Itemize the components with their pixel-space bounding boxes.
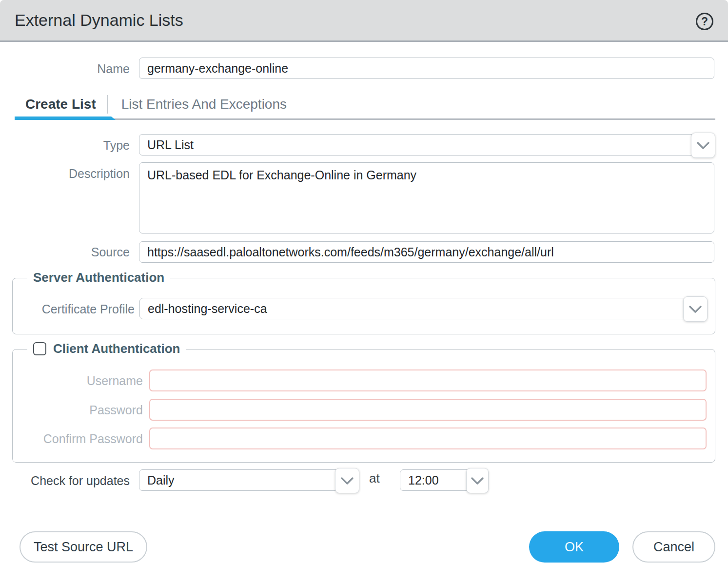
password-label: Password bbox=[13, 403, 143, 417]
update-time-select[interactable]: 12:00 bbox=[400, 469, 488, 491]
certificate-profile-value: edl-hosting-service-ca bbox=[148, 302, 267, 316]
chevron-down-icon[interactable] bbox=[466, 468, 489, 493]
type-select-value: URL List bbox=[147, 138, 194, 152]
update-frequency-value: Daily bbox=[147, 473, 175, 487]
external-dynamic-lists-dialog: External Dynamic Lists ? Name Create Lis… bbox=[0, 0, 728, 583]
password-input[interactable] bbox=[149, 399, 707, 421]
confirm-password-input[interactable] bbox=[149, 428, 707, 449]
server-authentication-title: Server Authentication bbox=[33, 270, 164, 285]
update-time-value: 12:00 bbox=[408, 473, 439, 487]
update-frequency-select[interactable]: Daily bbox=[139, 469, 358, 491]
at-label: at bbox=[369, 471, 380, 486]
tab-bar: Create List List Entries And Exceptions bbox=[15, 94, 300, 115]
source-label: Source bbox=[0, 245, 130, 259]
type-select[interactable]: URL List bbox=[139, 134, 714, 155]
help-glyph: ? bbox=[701, 15, 708, 28]
certificate-profile-select[interactable]: edl-hosting-service-ca bbox=[139, 298, 707, 319]
check-for-updates-label: Check for updates bbox=[0, 474, 130, 488]
server-authentication-legend: Server Authentication bbox=[27, 270, 170, 285]
client-authentication-checkbox[interactable] bbox=[33, 342, 46, 355]
server-authentication-section: Server Authentication Certificate Profil… bbox=[12, 278, 715, 334]
confirm-password-label: Confirm Password bbox=[13, 432, 143, 446]
active-tab-underline bbox=[15, 117, 116, 120]
chevron-down-icon[interactable] bbox=[335, 468, 359, 493]
ok-button[interactable]: OK bbox=[529, 531, 619, 563]
help-icon[interactable]: ? bbox=[696, 13, 713, 30]
dialog-title: External Dynamic Lists bbox=[15, 11, 183, 30]
cancel-button[interactable]: Cancel bbox=[632, 531, 715, 563]
chevron-down-icon[interactable] bbox=[691, 133, 715, 158]
username-label: Username bbox=[13, 374, 143, 388]
tab-baseline bbox=[15, 118, 715, 120]
source-input[interactable] bbox=[139, 241, 714, 263]
name-input[interactable] bbox=[139, 58, 714, 79]
dialog-header: External Dynamic Lists ? bbox=[0, 0, 728, 42]
description-textarea[interactable]: URL-based EDL for Exchange-Online in Ger… bbox=[139, 162, 714, 233]
username-input[interactable] bbox=[149, 369, 707, 391]
name-label: Name bbox=[0, 62, 130, 76]
certificate-profile-label: Certificate Profile bbox=[13, 302, 135, 316]
client-authentication-section: Client Authentication Username Password … bbox=[12, 349, 715, 463]
chevron-down-icon[interactable] bbox=[683, 296, 708, 322]
client-authentication-title: Client Authentication bbox=[53, 341, 180, 356]
description-label: Description bbox=[0, 167, 130, 181]
tab-create-list[interactable]: Create List bbox=[15, 97, 107, 112]
test-source-url-button[interactable]: Test Source URL bbox=[20, 531, 147, 563]
client-authentication-legend: Client Authentication bbox=[27, 341, 186, 356]
tab-list-entries-and-exceptions[interactable]: List Entries And Exceptions bbox=[108, 97, 300, 112]
type-label: Type bbox=[0, 138, 130, 153]
